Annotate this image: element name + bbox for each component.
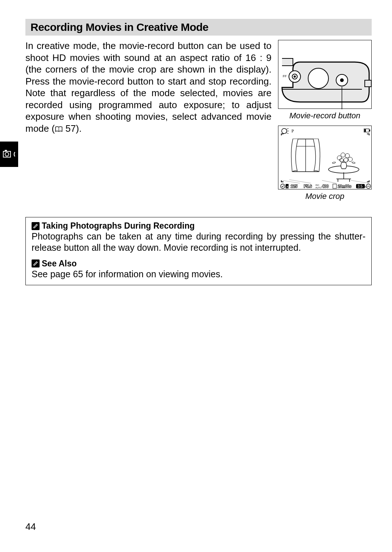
- section-heading-text: Recording Movies in Creative Mode: [30, 21, 208, 33]
- note-body-1: Photographs can be taken at any time dur…: [32, 231, 366, 254]
- svg-point-26: [344, 158, 348, 162]
- content-row: In creative mode, the movie-record butto…: [25, 40, 372, 206]
- svg-point-7: [294, 75, 296, 78]
- body-paragraph: In creative mode, the movie-record butto…: [25, 40, 271, 206]
- body-text-b: ).: [76, 123, 82, 134]
- body-page-ref: 57: [65, 123, 76, 134]
- note-body-2: See page 65 for information on viewing m…: [32, 269, 366, 280]
- pencil-icon: [32, 259, 40, 267]
- page-number: 44: [25, 521, 36, 532]
- pencil-icon: [32, 222, 40, 230]
- svg-point-1: [5, 152, 9, 156]
- status-iso: 400: [322, 184, 328, 188]
- svg-point-10: [340, 78, 344, 82]
- manual-page: Recording Movies in Creative Mode In cre…: [0, 0, 392, 552]
- figure1-caption: Movie-record button: [289, 111, 360, 120]
- note-title-2: See Also: [32, 259, 366, 269]
- section-heading: Recording Movies in Creative Mode: [25, 19, 372, 36]
- svg-line-31: [351, 180, 369, 183]
- figure-movie-crop: P: [278, 126, 372, 189]
- svg-text:AUTO: AUTO: [315, 187, 322, 189]
- page-ref-icon: [55, 123, 63, 135]
- display-illustration: P: [278, 126, 372, 190]
- status-k: 3.5: [358, 184, 363, 188]
- figure2-caption: Movie crop: [305, 192, 344, 201]
- body-text-a: In creative mode, the movie-record butto…: [25, 40, 271, 134]
- status-shutter: 125: [291, 184, 297, 188]
- svg-point-8: [308, 68, 328, 89]
- svg-text:AF: AF: [286, 185, 290, 188]
- svg-rect-17: [364, 129, 366, 132]
- svg-rect-2: [5, 150, 7, 151]
- status-aperture: F5.6: [304, 184, 312, 188]
- note-box: Taking Photographs During Recording Phot…: [25, 217, 372, 285]
- svg-text:ISO: ISO: [315, 184, 319, 186]
- svg-rect-16: [369, 130, 370, 131]
- note-title-1: Taking Photographs During Recording: [32, 221, 366, 231]
- svg-rect-12: [365, 80, 371, 87]
- svg-point-24: [345, 154, 350, 158]
- svg-line-30: [322, 180, 336, 183]
- figure-movie-record-button: FF: [278, 40, 372, 109]
- note-title-1-text: Taking Photographs During Recording: [42, 221, 195, 231]
- svg-line-28: [282, 180, 300, 183]
- svg-text:FF: FF: [283, 74, 287, 78]
- svg-point-23: [341, 153, 345, 157]
- camera-mode-icon: [3, 149, 16, 159]
- camera-top-illustration: FF: [278, 40, 372, 109]
- section-tab: [0, 142, 18, 167]
- status-time: 20m00s: [338, 184, 351, 188]
- svg-line-29: [289, 180, 311, 183]
- note-title-2-text: See Also: [42, 259, 77, 269]
- figure-column: FF Movie-record button: [278, 40, 372, 206]
- svg-text:P: P: [291, 128, 294, 134]
- svg-point-13: [282, 128, 287, 134]
